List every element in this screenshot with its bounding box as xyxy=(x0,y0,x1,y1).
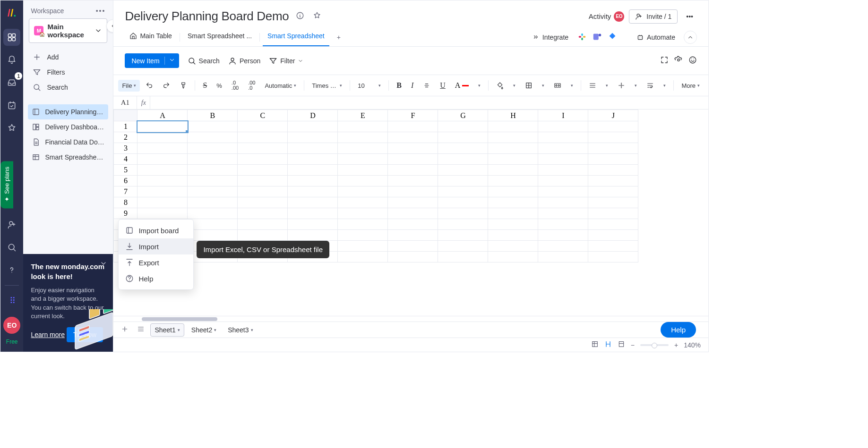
grid-cell[interactable] xyxy=(188,154,238,165)
column-header[interactable]: J xyxy=(588,110,638,121)
grid-cell[interactable] xyxy=(138,186,188,197)
grid-cell[interactable] xyxy=(338,165,388,176)
chevron-down-icon[interactable]: ▾ xyxy=(214,328,216,332)
grid-cell[interactable] xyxy=(588,165,638,176)
grid-cell[interactable] xyxy=(538,154,588,165)
sidebar-filters-button[interactable]: Filters xyxy=(29,65,107,80)
grid-cell[interactable] xyxy=(288,230,338,241)
grid-cell[interactable] xyxy=(438,121,488,132)
grid-cell[interactable] xyxy=(538,165,588,176)
fullscreen-icon[interactable] xyxy=(660,56,669,66)
help-button[interactable]: Help xyxy=(661,322,696,338)
grid-cell[interactable] xyxy=(338,186,388,197)
view-page-icon[interactable] xyxy=(604,340,612,349)
invite-button[interactable]: Invite / 1 xyxy=(629,9,678,24)
number-format-select[interactable]: Automatic ▾ xyxy=(261,80,300,92)
grid-cell[interactable] xyxy=(338,176,388,186)
row-header[interactable]: 1 xyxy=(114,121,138,132)
chevron-down-icon[interactable]: ▾ xyxy=(178,328,180,332)
grid-cell[interactable] xyxy=(338,219,388,230)
align-icon[interactable] xyxy=(585,79,600,92)
borders-icon[interactable] xyxy=(521,79,536,92)
search-button[interactable]: Search xyxy=(188,57,220,65)
grid-cell[interactable] xyxy=(138,208,188,219)
row-header[interactable]: 5 xyxy=(114,165,138,176)
grid-cell[interactable] xyxy=(438,143,488,154)
sidebar-menu-icon[interactable]: ••• xyxy=(96,7,106,15)
grid-cell[interactable] xyxy=(188,176,238,186)
grid-cell[interactable] xyxy=(388,219,438,230)
grid-cell[interactable] xyxy=(288,165,338,176)
grid-cell[interactable] xyxy=(288,208,338,219)
header-collapse-button[interactable] xyxy=(684,31,697,44)
grid-cell[interactable] xyxy=(138,132,188,143)
grid-cell[interactable] xyxy=(288,121,338,132)
grid-cell[interactable] xyxy=(438,165,488,176)
rail-favorites-icon[interactable] xyxy=(3,119,20,136)
increase-decimal-icon[interactable]: .0.00 xyxy=(228,78,242,93)
grid-cell[interactable] xyxy=(588,154,638,165)
chevron-down-icon[interactable] xyxy=(164,57,175,65)
column-header[interactable]: A xyxy=(138,110,188,121)
grid-cell[interactable] xyxy=(588,121,638,132)
font-size-select[interactable]: 10 xyxy=(354,80,373,92)
integrate-button[interactable]: Integrate xyxy=(528,31,572,44)
view-pagebreak-icon[interactable] xyxy=(618,340,625,349)
strikethrough-icon[interactable]: S xyxy=(199,79,211,92)
new-item-button[interactable]: New Item xyxy=(125,53,179,68)
grid-cell[interactable] xyxy=(388,197,438,208)
row-header[interactable]: 2 xyxy=(114,132,138,143)
slack-app-icon[interactable] xyxy=(577,32,587,43)
grid-cell[interactable] xyxy=(238,219,288,230)
sheet-tab[interactable]: Sheet1 ▾ xyxy=(150,323,184,337)
sidebar-search-button[interactable]: Search xyxy=(29,80,107,95)
grid-cell[interactable] xyxy=(388,165,438,176)
redo-icon[interactable] xyxy=(159,79,174,92)
grid-cell[interactable] xyxy=(238,208,288,219)
grid-cell[interactable] xyxy=(388,241,438,252)
grid-cell[interactable] xyxy=(538,208,588,219)
column-header[interactable]: B xyxy=(188,110,238,121)
grid-cell[interactable] xyxy=(488,219,538,230)
column-header[interactable]: C xyxy=(238,110,288,121)
automate-button[interactable]: Automate xyxy=(633,31,679,44)
zoom-in-icon[interactable]: + xyxy=(674,341,678,349)
grid-cell[interactable] xyxy=(288,186,338,197)
row-header[interactable]: 9 xyxy=(114,208,138,219)
rail-avatar[interactable]: EO xyxy=(3,317,20,334)
text-color-icon[interactable]: A xyxy=(451,79,473,92)
sheet-tab[interactable]: Sheet3 ▾ xyxy=(223,323,257,337)
wrap-text-icon[interactable] xyxy=(643,79,658,92)
view-normal-icon[interactable] xyxy=(591,340,599,349)
file-menu-export[interactable]: Export xyxy=(119,254,193,270)
grid-cell[interactable] xyxy=(588,186,638,197)
grid-cell[interactable] xyxy=(488,121,538,132)
grid-cell[interactable] xyxy=(288,132,338,143)
horizontal-scrollbar[interactable] xyxy=(113,316,708,321)
grid-cell[interactable] xyxy=(388,143,438,154)
grid-cell[interactable] xyxy=(188,143,238,154)
grid-cell[interactable] xyxy=(188,165,238,176)
grid-cell[interactable] xyxy=(388,252,438,262)
grid-cell[interactable] xyxy=(138,165,188,176)
grid-cell[interactable] xyxy=(438,219,488,230)
grid-cell[interactable] xyxy=(438,230,488,241)
file-menu-button[interactable]: File ▾ xyxy=(118,80,140,92)
see-plans-button[interactable]: See plans xyxy=(0,161,13,208)
rail-mywork-icon[interactable] xyxy=(3,97,20,114)
grid-cell[interactable] xyxy=(388,186,438,197)
grid-cell[interactable] xyxy=(338,241,388,252)
grid-cell[interactable] xyxy=(338,208,388,219)
rail-apps-icon[interactable]: ⠿ xyxy=(3,292,20,309)
grid-cell[interactable] xyxy=(538,252,588,262)
column-header[interactable]: E xyxy=(338,110,388,121)
grid-cell[interactable] xyxy=(188,208,238,219)
rail-invite-icon[interactable] xyxy=(3,216,20,233)
favorite-star-icon[interactable] xyxy=(311,9,323,23)
grid-cell[interactable] xyxy=(138,154,188,165)
grid-cell[interactable] xyxy=(438,252,488,262)
grid-cell[interactable] xyxy=(338,121,388,132)
bold-icon[interactable]: B xyxy=(393,79,405,92)
formula-input[interactable] xyxy=(150,96,708,109)
zoom-slider[interactable] xyxy=(640,344,669,346)
